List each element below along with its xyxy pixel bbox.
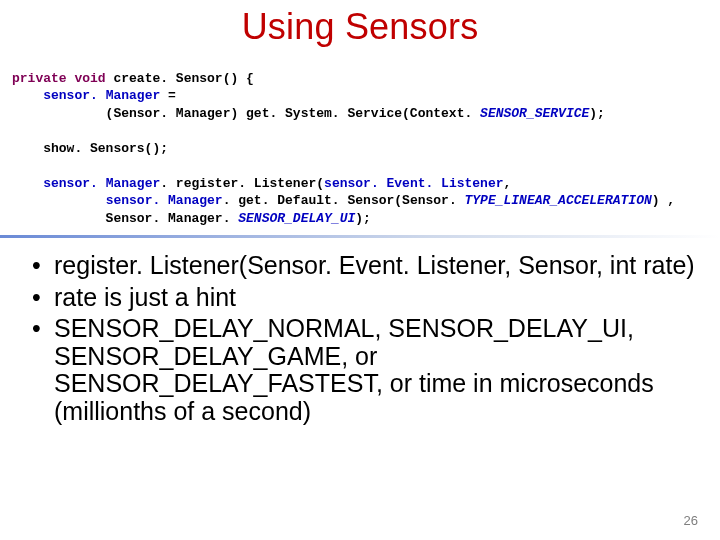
divider xyxy=(0,235,720,238)
field-ref: sensor. Manager xyxy=(43,88,160,103)
code-text: . get. Default. Sensor(Sensor. xyxy=(223,193,465,208)
constant: TYPE_LINEAR_ACCELERATION xyxy=(465,193,652,208)
bullet-dot-icon: • xyxy=(32,315,54,425)
bullet-list: • register. Listener(Sensor. Event. List… xyxy=(0,252,720,425)
code-text xyxy=(12,88,43,103)
code-line-2: sensor. Manager = xyxy=(12,88,176,103)
field-ref: sensor. Event. Listener xyxy=(324,176,503,191)
code-text: show. Sensors(); xyxy=(12,141,168,156)
constant: SENSOR_SERVICE xyxy=(480,106,589,121)
code-text: , xyxy=(504,176,512,191)
code-line-1: private void create. Sensor() { xyxy=(12,71,254,86)
code-line-8: sensor. Manager. get. Default. Sensor(Se… xyxy=(12,193,675,208)
code-text xyxy=(12,176,43,191)
code-line-3: (Sensor. Manager) get. System. Service(C… xyxy=(12,106,605,121)
bullet-item: • SENSOR_DELAY_NORMAL, SENSOR_DELAY_UI, … xyxy=(58,315,702,425)
code-text: Sensor. Manager. xyxy=(12,211,238,226)
bullet-dot-icon: • xyxy=(32,284,54,312)
field-ref: sensor. Manager xyxy=(106,193,223,208)
bullet-item: • rate is just a hint xyxy=(58,284,702,312)
code-line-5: show. Sensors(); xyxy=(12,141,168,156)
bullet-dot-icon: • xyxy=(32,252,54,280)
keyword: private void xyxy=(12,71,106,86)
bullet-text: register. Listener(Sensor. Event. Listen… xyxy=(54,252,702,280)
code-block: private void create. Sensor() { sensor. … xyxy=(0,50,720,233)
code-text: . register. Listener( xyxy=(160,176,324,191)
bullet-text: SENSOR_DELAY_NORMAL, SENSOR_DELAY_UI, SE… xyxy=(54,315,702,425)
code-text: ); xyxy=(589,106,605,121)
field-ref: sensor. Manager xyxy=(43,176,160,191)
code-text: = xyxy=(160,88,176,103)
slide: Using Sensors private void create. Senso… xyxy=(0,6,720,540)
bullet-item: • register. Listener(Sensor. Event. List… xyxy=(58,252,702,280)
slide-title: Using Sensors xyxy=(0,6,720,48)
code-text: ); xyxy=(355,211,371,226)
code-text: create. Sensor() { xyxy=(106,71,254,86)
code-text: ) , xyxy=(652,193,675,208)
page-number: 26 xyxy=(684,513,698,528)
code-text xyxy=(12,193,106,208)
code-line-9: Sensor. Manager. SENSOR_DELAY_UI); xyxy=(12,211,371,226)
code-text: (Sensor. Manager) get. System. Service(C… xyxy=(12,106,480,121)
constant: SENSOR_DELAY_UI xyxy=(238,211,355,226)
bullet-text: rate is just a hint xyxy=(54,284,702,312)
code-line-7: sensor. Manager. register. Listener(sens… xyxy=(12,176,511,191)
